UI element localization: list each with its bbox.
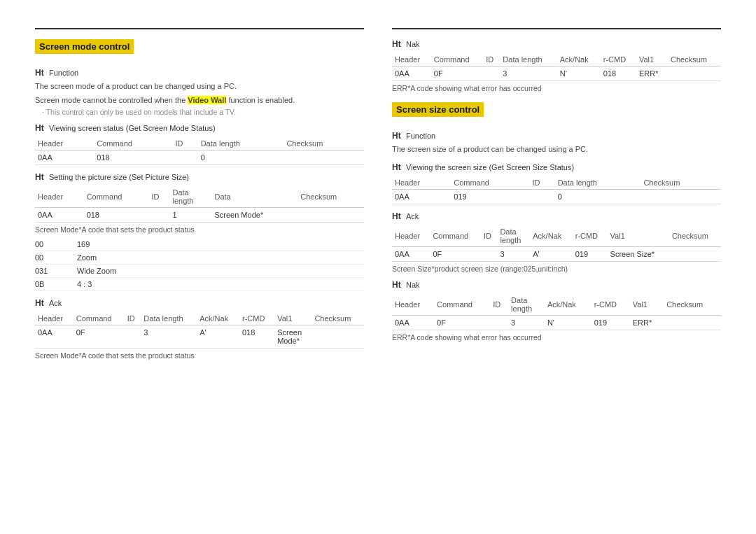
cell-checksum bbox=[312, 325, 364, 349]
col-command: Command bbox=[431, 53, 483, 66]
cell-checksum bbox=[298, 208, 364, 223]
col-r-cmd: r-CMD bbox=[573, 225, 608, 247]
nak2-sublabel: Nak bbox=[406, 281, 420, 289]
col-checksum: Checksum bbox=[669, 225, 721, 247]
nak2-label: Ht Nak bbox=[392, 280, 721, 290]
col-data-length: Data length bbox=[555, 176, 641, 190]
cell-command: 0F bbox=[74, 325, 125, 349]
right-column: Ht Nak Header Command ID Data length Ack… bbox=[392, 28, 721, 364]
ht-bold2: Ht bbox=[35, 123, 44, 133]
cell-data-length: 0 bbox=[555, 189, 641, 204]
cell-command: 018 bbox=[94, 150, 172, 165]
desc1: The screen mode of a product can be chan… bbox=[35, 80, 364, 92]
ht-note: · This control can only be used on model… bbox=[42, 108, 364, 116]
section-title-left: Screen mode control bbox=[35, 39, 134, 54]
cell-header: 0AA bbox=[392, 315, 434, 330]
ht-function-label: Ht Function bbox=[35, 68, 364, 78]
list-item: 031 Wide Zoom bbox=[35, 265, 364, 278]
screen-size-note: Screen Size*product screen size (range:0… bbox=[392, 265, 721, 273]
err-note-bottom: ERR*A code showing what error has occurr… bbox=[392, 333, 721, 342]
code-list: 00 169 00 Zoom 031 Wide Zoom 0B 4 : 3 bbox=[35, 238, 364, 291]
nak-label-top: Ht Nak bbox=[392, 39, 721, 49]
col-checksum: Checksum bbox=[312, 312, 364, 325]
code-desc: Wide Zoom bbox=[77, 267, 116, 275]
col-header: Header bbox=[392, 225, 430, 247]
cell-val1: ERR* bbox=[636, 66, 668, 81]
code-val: 031 bbox=[35, 267, 77, 275]
cell-header: 0AA bbox=[35, 325, 74, 349]
cell-header: 0AA bbox=[35, 150, 94, 165]
cell-header: 0AA bbox=[392, 246, 430, 261]
ht-bold5: Ht bbox=[392, 39, 401, 49]
ht-bold8: Ht bbox=[392, 211, 401, 221]
setting-picture-sublabel: Setting the picture size (Set Picture Si… bbox=[49, 173, 189, 181]
cell-val1: ScreenMode* bbox=[274, 325, 312, 349]
col-id: ID bbox=[481, 225, 497, 247]
ht-bold: Ht bbox=[35, 68, 44, 78]
left-column: Screen mode control Ht Function The scre… bbox=[35, 28, 364, 364]
cell-r-cmd: 018 bbox=[601, 66, 636, 81]
desc-screen-size: The screen size of a product can be chan… bbox=[392, 143, 721, 155]
ack2-label: Ht Ack bbox=[392, 211, 721, 221]
col-id: ID bbox=[148, 186, 169, 208]
col-r-cmd: r-CMD bbox=[592, 294, 630, 316]
cell-val1: ERR* bbox=[630, 315, 664, 330]
cell-command: 019 bbox=[451, 189, 529, 204]
setting-picture-table: Header Command ID Datalength Data Checks… bbox=[35, 186, 364, 223]
cell-data-length: 1 bbox=[169, 208, 211, 223]
code-val: 00 bbox=[35, 253, 77, 262]
cell-data-length: 3 bbox=[500, 66, 556, 81]
col-data2: Data bbox=[211, 186, 298, 208]
cell-command: 018 bbox=[84, 208, 149, 223]
viewing-status-label: Ht Viewing screen status (Get Screen Mod… bbox=[35, 123, 364, 133]
col-command: Command bbox=[451, 176, 529, 190]
cell-r-cmd: 018 bbox=[239, 325, 274, 349]
col-ack-nak: Ack/Nak bbox=[530, 225, 572, 247]
ack-label: Ht Ack bbox=[35, 298, 364, 308]
cell-r-cmd: 019 bbox=[573, 246, 608, 261]
col-command: Command bbox=[94, 137, 172, 150]
col-ack-nak: Ack/Nak bbox=[557, 53, 601, 66]
highlight-text: Video Wall bbox=[188, 96, 226, 104]
top-divider-left bbox=[35, 28, 364, 29]
col-r-cmd: r-CMD bbox=[239, 312, 274, 325]
col-command: Command bbox=[434, 294, 490, 316]
cell-id bbox=[483, 66, 500, 81]
col-id: ID bbox=[490, 294, 508, 316]
viewing-status-table: Header Command ID Data length Checksum 0… bbox=[35, 137, 364, 165]
cell-id bbox=[125, 325, 141, 349]
code-val: 0B bbox=[35, 280, 77, 288]
cell-val1: Screen Size* bbox=[608, 246, 669, 261]
col-header: Header bbox=[392, 294, 434, 316]
table-row: 0AA 019 0 bbox=[392, 189, 721, 204]
ht-bold9: Ht bbox=[392, 280, 401, 290]
col-command: Command bbox=[430, 225, 481, 247]
col-id: ID bbox=[125, 312, 141, 325]
cell-command: 0F bbox=[434, 315, 490, 330]
ht-function2-label: Ht Function bbox=[392, 131, 721, 141]
list-item: 00 169 bbox=[35, 238, 364, 251]
col-checksum: Checksum bbox=[664, 294, 721, 316]
list-item: 0B 4 : 3 bbox=[35, 278, 364, 291]
col-val1: Val1 bbox=[636, 53, 668, 66]
col-checksum: Checksum bbox=[668, 53, 721, 66]
desc2: Screen mode cannot be controlled when th… bbox=[35, 94, 364, 106]
nak-table-top: Header Command ID Data length Ack/Nak r-… bbox=[392, 53, 721, 81]
cell-command: 0F bbox=[431, 66, 483, 81]
code-val: 00 bbox=[35, 240, 77, 248]
col-ack-nak: Ack/Nak bbox=[545, 294, 592, 316]
col-header: Header bbox=[392, 176, 451, 190]
cell-checksum bbox=[669, 246, 721, 261]
col-checksum: Checksum bbox=[298, 186, 364, 208]
err-note-top: ERR*A code showing what error has occurr… bbox=[392, 84, 721, 92]
col-id: ID bbox=[529, 176, 554, 190]
table-row: 0AA 0F 3 A' 018 ScreenMode* bbox=[35, 325, 364, 349]
cell-data: Screen Mode* bbox=[211, 208, 298, 223]
viewing-screen-size-label: Ht Viewing the screen size (Get Screen S… bbox=[392, 162, 721, 172]
nak2-table: Header Command ID Datalength Ack/Nak r-C… bbox=[392, 294, 721, 330]
cell-checksum bbox=[668, 66, 721, 81]
desc2-text: Screen mode cannot be controlled when th… bbox=[35, 96, 186, 104]
col-data: Datalength bbox=[508, 294, 545, 316]
nak-sublabel-top: Nak bbox=[406, 40, 420, 48]
cell-header: 0AA bbox=[392, 66, 431, 81]
